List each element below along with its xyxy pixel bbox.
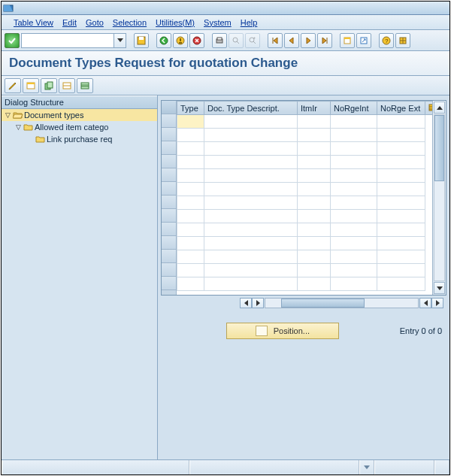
print-icon	[215, 36, 224, 45]
folder-icon	[35, 135, 47, 144]
col-norgeext[interactable]: NoRge Ext	[377, 102, 425, 115]
other-view-button[interactable]	[5, 78, 21, 93]
new-entries-button[interactable]	[23, 78, 39, 93]
menu-selection[interactable]: Selection	[113, 18, 147, 27]
pencil-icon	[8, 80, 18, 91]
new-entries-icon	[26, 80, 36, 91]
app-toolbar	[2, 76, 449, 96]
copy-button[interactable]	[41, 78, 57, 93]
command-field[interactable]	[21, 33, 126, 48]
svg-line-11	[253, 41, 256, 44]
exit-button[interactable]	[173, 33, 188, 48]
entry-count-label: Entry 0 of 0	[400, 326, 442, 335]
cancel-button[interactable]	[189, 33, 204, 48]
expand-toggle-icon[interactable]: ▽	[3, 111, 12, 119]
delimit-button[interactable]	[59, 78, 75, 93]
menu-bar: Table View Edit Goto Selection Utilities…	[2, 15, 449, 30]
check-icon	[8, 36, 17, 45]
scroll-down-button[interactable]	[434, 282, 445, 294]
svg-rect-2	[139, 37, 144, 40]
last-page-icon	[320, 36, 329, 45]
menu-goto[interactable]: Goto	[86, 18, 104, 27]
data-grid: Type Doc. Type Descript. ItmIr NoRgeInt …	[161, 100, 446, 296]
back-button[interactable]	[156, 33, 171, 48]
h-scroll-left-outer[interactable]	[419, 298, 431, 308]
print-button[interactable]	[212, 33, 227, 48]
svg-rect-7	[217, 38, 222, 40]
folder-icon	[23, 123, 35, 132]
standard-toolbar: + ?	[2, 30, 449, 51]
cell-selected[interactable]	[177, 115, 204, 129]
menu-utilities[interactable]: Utilities(M)	[156, 18, 195, 27]
tree-node-link-purchase-req[interactable]: Link purchase req	[2, 133, 157, 145]
next-page-icon	[304, 36, 313, 45]
svg-text:+: +	[253, 36, 256, 40]
svg-rect-27	[81, 83, 89, 89]
layout-button[interactable]	[395, 33, 410, 48]
svg-rect-30	[429, 105, 432, 111]
copy-icon	[44, 80, 54, 91]
shortcut-button[interactable]	[356, 33, 371, 48]
scroll-track[interactable]	[434, 114, 445, 281]
page-title: Document Types Request for quotation Cha…	[2, 51, 449, 76]
layout-icon	[398, 36, 407, 45]
position-button[interactable]: Position...	[226, 323, 339, 339]
prev-page-icon	[287, 36, 296, 45]
vertical-scrollbar[interactable]	[432, 101, 446, 295]
find-button[interactable]	[229, 33, 244, 48]
tree-node-document-types[interactable]: ▽ Document types	[2, 109, 157, 121]
status-bar	[2, 459, 449, 474]
tree-node-label: Document types	[24, 111, 83, 120]
new-session-button[interactable]	[340, 33, 355, 48]
enter-button[interactable]	[5, 33, 20, 48]
svg-point-3	[160, 37, 168, 44]
command-dropdown-arrow[interactable]	[114, 34, 126, 47]
h-scroll-thumb[interactable]	[281, 299, 365, 308]
menu-system[interactable]: System	[204, 18, 232, 27]
col-desc[interactable]: Doc. Type Descript.	[204, 102, 298, 115]
first-page-icon	[271, 36, 280, 45]
window-titlebar	[2, 2, 449, 15]
tree-node-label: Link purchase req	[47, 135, 112, 144]
h-scroll-right-inner[interactable]	[252, 298, 264, 308]
svg-rect-22	[27, 83, 35, 84]
find-next-button[interactable]: +	[245, 33, 260, 48]
status-dropdown[interactable]	[359, 460, 374, 474]
save-icon	[137, 36, 146, 45]
dialog-structure-tree[interactable]: ▽ Document types ▽ Allowed item catego L…	[2, 109, 157, 459]
scroll-up-button[interactable]	[434, 102, 445, 114]
h-scroll-right-outer[interactable]	[431, 298, 443, 308]
help-button[interactable]: ?	[379, 33, 394, 48]
h-scroll-left-inner[interactable]	[240, 298, 252, 308]
expand-toggle-icon[interactable]: ▽	[14, 123, 23, 131]
save-button[interactable]	[134, 33, 149, 48]
sap-logo-icon	[3, 3, 14, 14]
col-norgeint[interactable]: NoRgeInt	[331, 102, 377, 115]
find-icon	[232, 36, 241, 45]
scroll-thumb[interactable]	[434, 115, 444, 181]
menu-help[interactable]: Help	[241, 18, 258, 27]
find-next-icon: +	[248, 36, 257, 45]
position-label: Position...	[274, 326, 310, 335]
prev-page-button[interactable]	[284, 33, 299, 48]
first-page-button[interactable]	[268, 33, 283, 48]
tree-node-allowed-item-categories[interactable]: ▽ Allowed item catego	[2, 121, 157, 133]
next-page-button[interactable]	[301, 33, 316, 48]
new-session-icon	[343, 36, 352, 45]
col-type[interactable]: Type	[177, 102, 204, 115]
menu-edit[interactable]: Edit	[62, 18, 77, 27]
shortcut-icon	[359, 36, 368, 45]
svg-rect-24	[47, 82, 53, 88]
cancel-icon	[192, 36, 201, 45]
configure-columns-button[interactable]	[425, 102, 433, 115]
row-header-gutter	[162, 101, 177, 295]
h-scroll-track[interactable]	[265, 298, 419, 308]
last-page-button[interactable]	[317, 33, 332, 48]
col-itmir[interactable]: ItmIr	[298, 102, 331, 115]
document-types-table[interactable]: Type Doc. Type Descript. ItmIr NoRgeInt …	[177, 101, 432, 291]
folder-open-icon	[12, 111, 24, 120]
var-list-button[interactable]	[77, 78, 93, 93]
svg-text:?: ?	[385, 38, 389, 44]
dialog-structure-pane: Dialog Structure ▽ Document types ▽ Allo…	[2, 96, 158, 459]
menu-table-view[interactable]: Table View	[14, 18, 53, 27]
